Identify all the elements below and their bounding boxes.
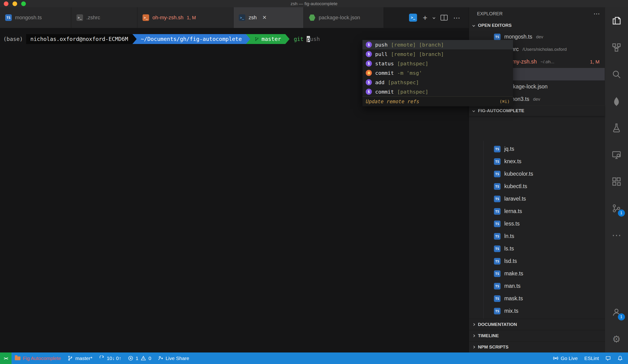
- file-kubectl-ts[interactable]: TSkubectl.ts: [469, 180, 605, 193]
- close-tab-icon[interactable]: ✕: [262, 15, 266, 21]
- tab-zsh-terminal[interactable]: >_ zsh ✕: [234, 7, 304, 28]
- remote-indicator[interactable]: ><: [0, 353, 11, 364]
- zoom-window-button[interactable]: [21, 1, 26, 6]
- git-branch-status[interactable]: master*: [64, 353, 95, 364]
- tab-mongosh-ts[interactable]: TS mongosh.ts: [0, 7, 71, 28]
- chevron-right-icon: [472, 346, 475, 348]
- error-icon: [128, 356, 133, 361]
- file-ln-ts[interactable]: TSln.ts: [469, 230, 605, 242]
- file-name: man.ts: [504, 283, 521, 289]
- close-window-button[interactable]: [4, 1, 8, 6]
- file-laravel-ts[interactable]: TSlaravel.ts: [469, 193, 605, 205]
- file-lsd-ts[interactable]: TSlsd.ts: [469, 255, 605, 267]
- typescript-file-icon: TS: [494, 208, 500, 215]
- suggestion-args: [pathspec]: [397, 61, 428, 67]
- suggestion-description-bar: Update remote refs (⌘i): [362, 96, 513, 106]
- go-live-label: Go Live: [561, 356, 578, 361]
- section-documentation[interactable]: DOCUMENTATION: [469, 319, 605, 330]
- tab-bar: TS mongosh.ts >_ .zshrc >_ oh-my-zsh.sh …: [0, 7, 469, 28]
- suggestion-push[interactable]: $ push [remote] [branch]: [362, 40, 513, 49]
- branch-label: master*: [75, 356, 92, 361]
- section-npm-scripts[interactable]: NPM SCRIPTS: [469, 341, 605, 353]
- suggestion-args: [remote] [branch]: [391, 51, 444, 57]
- file-ls-ts[interactable]: TSls.ts: [469, 242, 605, 255]
- suggestion-args: [remote] [branch]: [391, 42, 444, 48]
- source-control-view-button[interactable]: 1: [605, 195, 628, 222]
- suggestion-name: commit: [375, 70, 394, 76]
- workspace-section-header[interactable]: FIG-AUTOCOMPLETE: [469, 105, 605, 116]
- extensions-view-button[interactable]: [605, 168, 628, 195]
- suggestion-pull[interactable]: $ pull [remote] [branch]: [362, 49, 513, 59]
- more-actions-button[interactable]: ⋯: [453, 14, 461, 22]
- node-package-icon: [309, 14, 315, 21]
- live-share-status[interactable]: Live Share: [155, 353, 192, 364]
- suggestion-shortcut: (⌘i): [500, 99, 510, 104]
- account-badge: 1: [618, 313, 625, 320]
- file-desc: dev: [536, 34, 543, 40]
- user-host-segment: nicholas.oxford@noxford-ECMD6M: [26, 34, 132, 44]
- file-make-ts[interactable]: TSmake.ts: [469, 267, 605, 280]
- settings-button[interactable]: ⚙: [605, 326, 628, 353]
- typescript-file-icon: TS: [494, 295, 500, 302]
- hierarchy-view-button[interactable]: [605, 34, 628, 61]
- file-name: ln.ts: [504, 233, 514, 239]
- terminal-profile-chevron-icon[interactable]: [433, 16, 435, 19]
- typed-command: git: [294, 36, 304, 42]
- file-knex-ts[interactable]: TSknex.ts: [469, 155, 605, 168]
- feedback-button[interactable]: [602, 353, 614, 364]
- section-timeline[interactable]: TIMELINE: [469, 330, 605, 341]
- file-less-ts[interactable]: TSless.ts: [469, 218, 605, 230]
- file-man-ts[interactable]: TSman.ts: [469, 280, 605, 292]
- file-name: lerna.ts: [504, 208, 522, 215]
- flask-icon: [612, 123, 622, 133]
- tab-oh-my-zsh-sh[interactable]: >_ oh-my-zsh.sh 1, M: [137, 7, 234, 28]
- branch-icon: [254, 37, 259, 41]
- file-lerna-ts[interactable]: TSlerna.ts: [469, 205, 605, 218]
- fig-autocomplete-status[interactable]: Fig Autocomplete: [11, 353, 64, 364]
- file-kubecolor-ts[interactable]: TSkubecolor.ts: [469, 168, 605, 180]
- more-views-button[interactable]: ⋯: [605, 222, 628, 249]
- go-live-button[interactable]: Go Live: [550, 353, 581, 364]
- accounts-button[interactable]: 1: [605, 299, 628, 326]
- flame-icon: [366, 70, 372, 76]
- typescript-file-icon: TS: [494, 171, 500, 177]
- file-name: knex.ts: [504, 158, 521, 165]
- eslint-status[interactable]: ESLint: [581, 353, 602, 364]
- explorer-view-button[interactable]: [605, 7, 628, 34]
- file-mix-ts[interactable]: TSmix.ts: [469, 305, 605, 317]
- file-name: kubecolor.ts: [504, 171, 533, 177]
- typescript-file-icon: TS: [5, 14, 12, 21]
- minimize-window-button[interactable]: [12, 1, 17, 6]
- suggestion-commit[interactable]: $ commit [pathspec]: [362, 87, 513, 96]
- search-view-button[interactable]: [605, 61, 628, 88]
- tab-package-lock-json[interactable]: package-lock.json: [304, 7, 384, 28]
- testing-view-button[interactable]: [605, 115, 628, 141]
- open-editors-header[interactable]: OPEN EDITORS: [469, 20, 605, 31]
- mongodb-leaf-icon: [612, 96, 622, 106]
- notifications-button[interactable]: [614, 353, 626, 364]
- collapsed-sections: DOCUMENTATION TIMELINE NPM SCRIPTS: [469, 319, 605, 353]
- file-mask-ts[interactable]: TSmask.ts: [469, 292, 605, 305]
- new-terminal-button[interactable]: +: [423, 14, 427, 22]
- sync-status[interactable]: 10↓ 0↑: [96, 353, 125, 364]
- suggestion-commit-m[interactable]: commit -m 'msg': [362, 68, 513, 77]
- file-jq-ts[interactable]: TSjq.ts: [469, 143, 605, 155]
- folder-icon: [15, 357, 20, 360]
- terminal-panel-icon[interactable]: >_: [409, 14, 417, 22]
- tab-zshrc[interactable]: >_ .zshrc: [71, 7, 137, 28]
- git-subcommand-icon: $: [366, 61, 372, 67]
- split-editor-button[interactable]: [441, 15, 448, 20]
- suggestion-add[interactable]: $ add [pathspec]: [362, 77, 513, 87]
- file-name: kubectl.ts: [504, 183, 527, 190]
- problems-status[interactable]: 1 0: [125, 353, 155, 364]
- shell-prompt: (base) nicholas.oxford@noxford-ECMD6M ~/…: [3, 34, 320, 44]
- sidebar-more-button[interactable]: ⋯: [593, 10, 601, 18]
- tab-label: mongosh.ts: [15, 15, 42, 21]
- mongodb-view-button[interactable]: [605, 88, 628, 115]
- remote-explorer-view-button[interactable]: [605, 141, 628, 168]
- suggestion-name: pull: [375, 51, 388, 57]
- error-count: 1: [136, 356, 139, 361]
- chevron-down-icon: [472, 24, 475, 27]
- file-name: mask.ts: [504, 295, 523, 302]
- suggestion-status[interactable]: $ status [pathspec]: [362, 59, 513, 68]
